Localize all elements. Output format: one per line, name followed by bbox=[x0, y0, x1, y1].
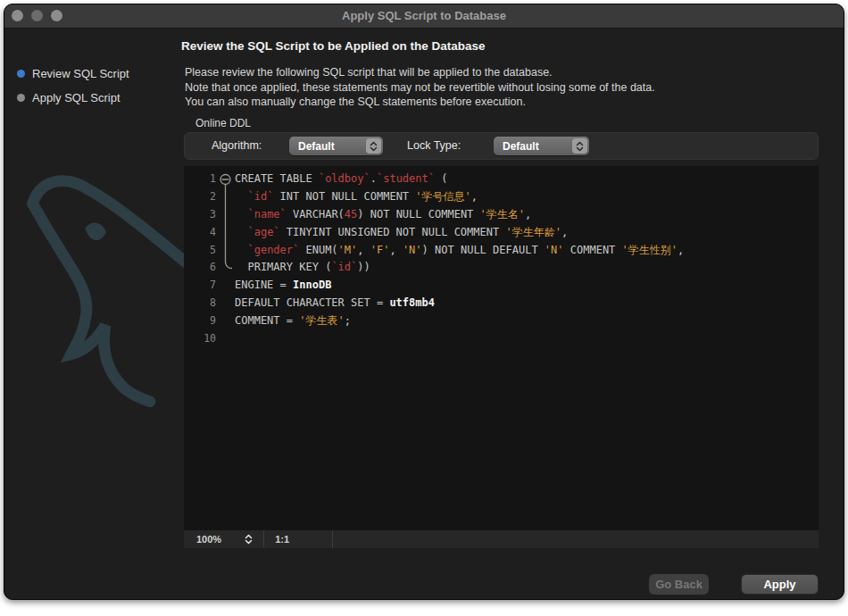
editor-status-bar: 100% 1:1 bbox=[184, 530, 819, 548]
fold-gutter bbox=[216, 224, 235, 242]
title-bar[interactable]: Apply SQL Script to Database bbox=[4, 4, 844, 29]
code-line: 3 `name` VARCHAR(45) NOT NULL COMMENT '学… bbox=[184, 206, 819, 224]
wizard-steps: Review SQL ScriptApply SQL Script bbox=[17, 62, 178, 110]
description-line: Note that once applied, these statements… bbox=[185, 80, 819, 96]
code-text: DEFAULT CHARACTER SET = utf8mb4 bbox=[235, 295, 819, 312]
description-line: You can also manually change the SQL sta… bbox=[185, 95, 819, 110]
code-line: 7ENGINE = InnoDB bbox=[184, 277, 819, 295]
step-dot-icon bbox=[17, 70, 25, 78]
fold-gutter bbox=[216, 277, 235, 295]
code-line: 1CREATE TABLE `oldboy`.`student` ( bbox=[184, 171, 819, 188]
code-line: 5 `gender` ENUM('M', 'F', 'N') NOT NULL … bbox=[184, 242, 819, 260]
fold-gutter bbox=[216, 312, 235, 330]
step-dot-icon bbox=[17, 94, 25, 102]
line-number: 4 bbox=[184, 224, 216, 242]
wizard-step: Review SQL Script bbox=[17, 62, 178, 86]
line-number: 10 bbox=[184, 330, 216, 348]
chevron-up-down-icon bbox=[572, 138, 587, 154]
page-title: Review the SQL Script to be Applied on t… bbox=[181, 39, 486, 53]
description-text: Please review the following SQL script t… bbox=[185, 65, 819, 110]
lock-type-value: Default bbox=[494, 140, 572, 153]
code-line: 6 PRIMARY KEY (`id`)) bbox=[184, 259, 819, 277]
fold-gutter bbox=[216, 259, 235, 277]
step-label: Review SQL Script bbox=[32, 67, 129, 80]
code-lines: 1CREATE TABLE `oldboy`.`student` (2 `id`… bbox=[184, 171, 819, 348]
code-line: 2 `id` INT NOT NULL COMMENT '学号信息', bbox=[184, 188, 819, 206]
lock-type-label: Lock Type: bbox=[407, 133, 461, 159]
line-number: 6 bbox=[184, 259, 216, 277]
zoom-level: 100% bbox=[196, 534, 221, 545]
line-number: 3 bbox=[184, 206, 216, 224]
fold-gutter bbox=[216, 330, 235, 348]
description-line: Please review the following SQL script t… bbox=[185, 65, 819, 80]
code-line: 4 `age` TINYINT UNSIGNED NOT NULL COMMEN… bbox=[184, 224, 819, 242]
fold-gutter bbox=[216, 206, 235, 224]
mysql-dolphin-logo bbox=[10, 162, 194, 431]
code-text: ENGINE = InnoDB bbox=[235, 277, 819, 295]
code-line: 9COMMENT = '学生表'; bbox=[184, 312, 819, 330]
code-text: PRIMARY KEY (`id`)) bbox=[235, 259, 819, 277]
code-text bbox=[235, 330, 819, 348]
code-text: `name` VARCHAR(45) NOT NULL COMMENT '学生名… bbox=[235, 206, 819, 224]
apply-button[interactable]: Apply bbox=[741, 574, 819, 595]
fold-gutter bbox=[216, 171, 235, 188]
line-number: 7 bbox=[184, 277, 216, 295]
fold-gutter bbox=[216, 242, 235, 260]
go-back-button[interactable]: Go Back bbox=[649, 574, 709, 595]
dialog-window: Apply SQL Script to Database Review SQL … bbox=[4, 4, 844, 600]
algorithm-label: Algorithm: bbox=[212, 133, 262, 159]
fold-gutter bbox=[216, 188, 235, 206]
step-label: Apply SQL Script bbox=[32, 91, 121, 104]
line-number: 8 bbox=[184, 295, 216, 312]
sql-editor[interactable]: 1CREATE TABLE `oldboy`.`student` (2 `id`… bbox=[184, 166, 819, 530]
code-text: `gender` ENUM('M', 'F', 'N') NOT NULL DE… bbox=[235, 242, 819, 260]
code-line: 10 bbox=[184, 330, 819, 348]
window-title: Apply SQL Script to Database bbox=[4, 4, 844, 28]
cursor-position: 1:1 bbox=[275, 534, 289, 545]
code-text: COMMENT = '学生表'; bbox=[235, 312, 819, 330]
code-text: `age` TINYINT UNSIGNED NOT NULL COMMENT … bbox=[235, 224, 819, 242]
line-number: 9 bbox=[184, 312, 216, 330]
algorithm-select[interactable]: Default bbox=[289, 137, 383, 155]
chevron-up-down-icon bbox=[366, 138, 381, 154]
lock-type-select[interactable]: Default bbox=[494, 137, 589, 155]
divider bbox=[263, 530, 264, 548]
line-number: 5 bbox=[184, 242, 216, 260]
code-text: `id` INT NOT NULL COMMENT '学号信息', bbox=[235, 188, 819, 206]
zoom-stepper-icon[interactable] bbox=[245, 534, 253, 545]
online-ddl-group-label: Online DDL bbox=[195, 117, 251, 129]
wizard-step: Apply SQL Script bbox=[17, 86, 178, 110]
divider bbox=[332, 530, 333, 548]
fold-gutter bbox=[216, 295, 235, 312]
line-number: 1 bbox=[184, 171, 216, 188]
line-number: 2 bbox=[184, 188, 216, 206]
code-text: CREATE TABLE `oldboy`.`student` ( bbox=[235, 171, 819, 188]
algorithm-value: Default bbox=[289, 140, 366, 153]
code-line: 8DEFAULT CHARACTER SET = utf8mb4 bbox=[184, 295, 819, 312]
online-ddl-options: Algorithm: Default Lock Type: Default bbox=[184, 132, 819, 160]
